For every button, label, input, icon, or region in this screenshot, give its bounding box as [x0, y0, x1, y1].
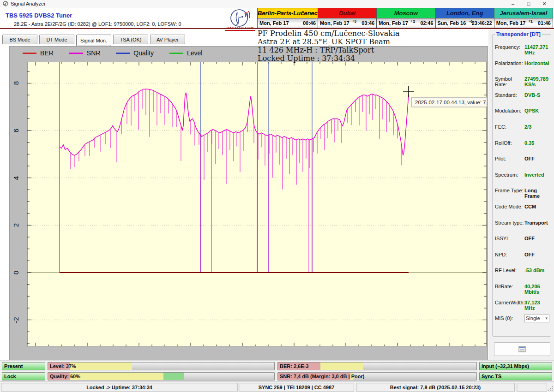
- clock-datetime: Mon, Feb 17+202:46: [377, 18, 435, 28]
- transponder-row-label: NPD:: [495, 252, 524, 257]
- clock-date: Mon, Feb 17: [379, 20, 408, 26]
- level-bar: Level: 37%: [48, 362, 275, 370]
- quality-bar-label: Quality: 60%: [50, 374, 80, 379]
- transponder-row: ISSYIOFF: [495, 236, 549, 252]
- transponder-row-value: QPSK: [524, 108, 539, 113]
- clock-dubai: DubaiMon, Feb 17+303:46: [318, 8, 377, 28]
- legend-swatch-snr: [69, 53, 83, 54]
- chart-legend: BERSNRQualityLevel: [23, 49, 211, 57]
- mis-dropdown[interactable]: Single▾: [524, 314, 549, 322]
- bar-segment: [70, 373, 163, 380]
- clock-time: 23:46:22: [472, 20, 492, 26]
- transponder-row-value: OFF: [524, 236, 535, 241]
- transponder-row-label: Pilot:: [495, 156, 524, 161]
- status-segment-1: Locked -> Uptime: 37:34:34: [1, 383, 238, 392]
- transponder-row-label: Spectrum:: [495, 172, 524, 178]
- clock-date: Mon, Feb 17: [259, 20, 289, 26]
- clock-datetime: Mon, Feb 1700:46: [258, 18, 318, 28]
- clock-utc-offset: +2: [410, 19, 415, 24]
- tab-dt-mode[interactable]: DT Mode: [39, 35, 74, 44]
- legend-item-snr: SNR: [69, 49, 101, 57]
- sync-ts-indicator: Sync TS: [479, 372, 552, 380]
- transponder-row-label: FEC:: [495, 124, 524, 130]
- transponder-row-value: 27499,789 KS/s: [524, 76, 549, 87]
- snr-bar-label: SNR: 7,4 dB (Margin: 3,0 dB | Poor): [280, 374, 364, 379]
- clock-date: Mon, Feb 17: [496, 20, 526, 26]
- transponder-row: CarrierWidth:37,123 MHz: [495, 300, 549, 316]
- clock-london-eng: London, EngSun, Feb 16-123:46:22: [436, 8, 494, 28]
- clock-city-label: Dubai: [318, 8, 376, 18]
- y-tick-label-0: 0: [12, 268, 21, 277]
- transponder-row: RollOff:0.35: [495, 140, 549, 156]
- transponder-row-label: Polarization:: [495, 60, 524, 66]
- transponder-row: FEC:2/3: [495, 124, 549, 140]
- y-tick-label-2: 2: [12, 221, 21, 229]
- transponder-row-label: BitRate:: [495, 284, 524, 289]
- y-tick-label-6: 6: [12, 126, 21, 135]
- signal-plot[interactable]: 2025-02-17 00.44.13, value: 7,5: [27, 62, 487, 346]
- mis-selected-value: Single: [526, 315, 540, 321]
- transponder-row: Stream type:Transport: [495, 220, 549, 236]
- transponder-row: Pilot:OFF: [495, 156, 549, 172]
- transponder-row-label: RollOff:: [495, 140, 524, 146]
- legend-item-ber: BER: [23, 49, 54, 57]
- clock-datetime: Sun, Feb 16-123:46:22: [436, 18, 494, 28]
- transponder-row: Polarization:Horizontal: [495, 60, 549, 77]
- clock-city-label: Moscow: [377, 8, 435, 18]
- transponder-row-label: Frequency:: [495, 44, 524, 50]
- stream-details-button[interactable]: [494, 342, 550, 356]
- transponder-rows: Frequency:11427,371 MHzPolarization:Hori…: [495, 44, 549, 332]
- transponder-row: Standard:DVB-S: [495, 92, 549, 108]
- tab-bs-mode[interactable]: BS Mode: [2, 35, 37, 44]
- transponder-row-label: Stream type:: [495, 220, 524, 226]
- snr-chart-svg: 2025-02-17 00.44.13, value: 7,5: [27, 62, 487, 346]
- transponder-row-mis: MIS (0):Single▾: [495, 315, 549, 332]
- tuner-subtitle: 28.2E - Astra 2E/2F/2G (ID: 0282) @ LOF1…: [14, 21, 181, 27]
- legend-label: Quality: [133, 49, 154, 57]
- transponder-row: Frequency:11427,371 MHz: [495, 44, 549, 60]
- clock-city-label: Jerusalem-Israel: [494, 8, 553, 18]
- tab-tsa-ok-[interactable]: TSA (OK): [113, 35, 148, 44]
- y-tick-label-8: 8: [12, 79, 21, 87]
- transponder-row-value: -53 dBm: [524, 267, 544, 273]
- transponder-row-label: CarrierWidth:: [495, 300, 524, 305]
- transponder-row-value: Transport: [524, 220, 548, 226]
- clock-date: Mon, Feb 17: [320, 20, 349, 26]
- y-tick-label-4: 4: [12, 174, 21, 182]
- transponder-row-label: Frame Type:: [495, 188, 524, 193]
- legend-label: Level: [187, 49, 202, 57]
- clock-utc-offset: +3: [352, 19, 356, 24]
- ber-bar-label: BER: 2,6E-3: [280, 363, 308, 369]
- cursor-tooltip-text: 2025-02-17 00.44.13, value: 7,5: [415, 100, 487, 105]
- quality-bar: Quality: 60%: [48, 372, 275, 380]
- legend-label: BER: [40, 49, 54, 57]
- present-indicator: Present: [2, 362, 45, 370]
- status-bar: Locked -> Uptime: 37:34:34SYNC 259 | TEI…: [0, 381, 554, 392]
- transponder-row-value: DVB-S: [524, 92, 540, 98]
- transponder-row: RF Level:-53 dBm: [495, 267, 549, 284]
- clock-moscow: MoscowMon, Feb 17+202:46: [377, 8, 435, 28]
- tuner-title: TBS 5925 DVBS2 Tuner: [6, 12, 72, 19]
- transponder-row-value: Long Frame: [524, 188, 549, 199]
- minimize-button[interactable]: –: [505, 0, 521, 7]
- signal-analyzer-window: Signal Analyzer – □ ✕ TBS 5925 DVBS2 Tun…: [0, 0, 554, 392]
- close-button[interactable]: ✕: [536, 0, 552, 7]
- clock-berlin-paris-lu-enec: Berlin-Paris-LučenecMon, Feb 1700:46: [258, 8, 318, 28]
- resize-grip-icon[interactable]: [548, 386, 553, 391]
- world-clocks: Berlin-Paris-LučenecMon, Feb 1700:46Duba…: [257, 8, 553, 28]
- maximize-button[interactable]: □: [521, 0, 536, 7]
- transponder-row-label: Symbol Rate:: [495, 76, 524, 87]
- clock-time: 03:46: [361, 20, 374, 26]
- bar-segment: [70, 362, 132, 370]
- clock-utc-offset: +1: [528, 19, 533, 24]
- transponder-row-value: OFF: [524, 252, 535, 257]
- transponder-row-label: RF Level:: [495, 267, 524, 273]
- legend-item-quality: Quality: [116, 49, 154, 57]
- tab-signal-mon-[interactable]: Signal Mon.: [76, 35, 111, 46]
- feed-info-line: Locked Uptime : 37:34:34: [258, 54, 452, 63]
- transponder-row: NPD:OFF: [495, 252, 549, 268]
- input-bitrate-indicator: Input (~32,31 Mbps): [479, 362, 552, 370]
- tab-av-player[interactable]: AV Player: [150, 35, 185, 44]
- transponder-row-label: Standard:: [495, 92, 524, 98]
- clock-jerusalem-israel: Jerusalem-IsraelMon, Feb 17+101:46: [494, 8, 553, 28]
